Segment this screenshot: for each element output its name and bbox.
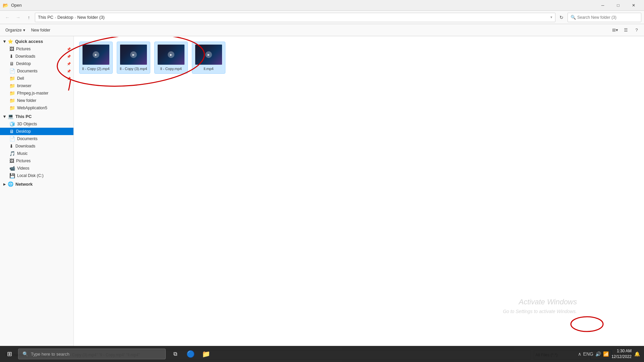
this-pc-section: ▾ 💻 This PC 🧊 3D Objects 🖥 Desktop 📄 Doc… [0,112,73,179]
up-button[interactable]: ↑ [24,13,34,22]
search-input[interactable] [577,15,638,20]
this-pc-icon: 💻 [8,114,13,119]
quick-access-section: ▾ ⭐ Quick access 🖼 Pictures 📌 ⬇ Download… [0,38,73,112]
file-item-3[interactable]: ▶ ll - Copy.mp4 [154,42,188,74]
close-button[interactable]: ✕ [626,0,641,11]
file-thumb-3: ▶ [158,45,184,65]
sidebar-item-music[interactable]: 🎵 Music [0,150,73,157]
refresh-button[interactable]: ↻ [557,13,566,22]
taskbar-network-icon[interactable]: 📶 [603,351,609,357]
file-name-2: ll - Copy (3).mp4 [120,67,147,71]
view-options-button[interactable]: ⊞▾ [610,25,620,35]
network-chevron: ▸ [3,182,6,187]
address-bar: ← → ↑ This PC › Desktop › New folder (3)… [0,11,644,24]
dell-label: Dell [17,76,24,81]
downloads-label-qa: Downloads [15,54,35,59]
sidebar-item-browser[interactable]: 📁 browser [0,82,73,89]
new-folder-label: New folder [17,98,36,103]
minimize-button[interactable]: ─ [595,0,610,11]
breadcrumb-dropdown-icon[interactable]: ▾ [550,15,552,19]
taskbar-file-explorer[interactable]: 📁 [199,347,213,361]
documents-label: Documents [17,136,38,141]
organize-chevron: ▾ [23,28,25,33]
pin-icon-desktop: 📌 [67,62,71,66]
documents-icon-qa: 📄 [9,68,15,74]
task-view-icon: ⧉ [173,351,177,357]
search-box[interactable]: 🔍 [568,13,641,22]
help-button[interactable]: ? [632,25,641,35]
taskbar-task-view[interactable]: ⧉ [168,347,182,361]
sidebar-item-3d-objects[interactable]: 🧊 3D Objects [0,120,73,128]
sidebar-item-new-folder[interactable]: 📁 New folder [0,97,73,104]
this-pc-header[interactable]: ▾ 💻 This PC [0,112,73,120]
taskbar-notification-icon[interactable]: 🔔 [634,351,640,357]
video-play-icon-1: ▶ [93,51,99,58]
new-folder-icon: 📁 [9,98,15,103]
new-folder-button[interactable]: New folder [29,26,53,34]
organize-label: Organize [5,28,22,33]
taskbar-clock[interactable]: 1:30 AM 12/12/2022 [611,348,632,360]
3d-objects-icon: 🧊 [9,121,15,127]
sidebar-item-desktop[interactable]: 🖥 Desktop [0,128,73,135]
music-label: Music [17,151,28,156]
sidebar-item-pictures-qa[interactable]: 🖼 Pictures 📌 [0,45,73,53]
videos-label: Videos [17,166,29,171]
breadcrumb[interactable]: This PC › Desktop › New folder (3) ▾ [35,13,555,22]
taskbar-search-icon: 🔍 [22,351,28,357]
window-icon: 📂 [3,3,8,8]
sidebar-item-pictures[interactable]: 🖼 Pictures [0,157,73,165]
taskbar-apps: ⧉ 🔵 📁 [168,347,213,361]
documents-label-qa: Documents [17,69,38,73]
maximize-button[interactable]: □ [610,0,626,11]
breadcrumb-item-thispc[interactable]: This PC [38,15,53,20]
file-item-4[interactable]: ▶ ll.mp4 [192,42,225,74]
taskbar-date-display: 12/12/2022 [611,354,632,360]
taskbar-chrome[interactable]: 🔵 [183,347,198,361]
desktop-label-qa: Desktop [16,61,31,66]
breadcrumb-item-desktop[interactable]: Desktop [57,15,73,20]
network-header[interactable]: ▸ 🌐 Network [0,180,73,188]
title-bar-controls: ─ □ ✕ [595,0,641,11]
sidebar-item-videos[interactable]: 📹 Videos [0,165,73,172]
breadcrumb-arrow-2: › [75,15,76,19]
sidebar-item-webapp[interactable]: 📁 WebApplication5 [0,104,73,112]
file-thumb-1: ▶ [83,45,109,65]
file-thumb-2: ▶ [120,45,147,65]
file-name-3: ll - Copy.mp4 [160,67,182,71]
pin-icon-dell: 📌 [67,77,71,80]
file-thumb-4: ▶ [195,45,222,65]
files-grid: ▶ ll - Copy (2).mp4 ▶ ll - Copy (3).mp4 [79,42,639,74]
3d-objects-label: 3D Objects [17,122,37,126]
taskbar-lang[interactable]: ENG [583,351,593,357]
downloads-icon: ⬇ [9,143,13,149]
quick-access-header[interactable]: ▾ ⭐ Quick access [0,38,73,45]
start-button[interactable]: ⊞ [1,346,17,362]
ffmpeg-label: Ffmpeg.js-master [17,91,48,96]
sidebar-item-documents[interactable]: 📄 Documents [0,135,73,142]
file-item-1[interactable]: ▶ ll - Copy (2).mp4 [79,42,113,74]
taskbar-search[interactable]: 🔍 Type here to search [18,349,166,359]
videos-icon: 📹 [9,166,15,171]
sidebar-item-ffmpeg[interactable]: 📁 Ffmpeg.js-master [0,89,73,97]
breadcrumb-arrow-1: › [55,15,56,19]
organize-button[interactable]: Organize ▾ [3,26,28,34]
sidebar-item-downloads-qa[interactable]: ⬇ Downloads 📌 [0,53,73,60]
back-button[interactable]: ← [3,13,12,22]
window-title: Open [11,3,22,8]
file-item-2[interactable]: ▶ ll - Copy (3).mp4 [117,42,150,74]
sidebar-item-downloads[interactable]: ⬇ Downloads [0,142,73,150]
forward-button[interactable]: → [13,13,23,22]
taskbar-chevron-up[interactable]: ∧ [578,351,581,357]
pictures-icon: 🖼 [9,46,14,52]
music-icon: 🎵 [9,151,15,156]
taskbar-volume-icon[interactable]: 🔊 [595,351,601,357]
sidebar-item-dell[interactable]: 📁 Dell 📌 [0,75,73,82]
network-icon: 🌐 [8,181,13,187]
sidebar-item-documents-qa[interactable]: 📄 Documents 📌 [0,67,73,75]
details-view-button[interactable]: ☰ [621,25,631,35]
sidebar-item-desktop-qa[interactable]: 🖥 Desktop 📌 [0,60,73,67]
breadcrumb-item-newfolder[interactable]: New folder (3) [77,15,105,20]
sidebar-item-local-disk[interactable]: 💾 Local Disk (C:) [0,172,73,179]
this-pc-chevron: ▾ [3,114,6,119]
network-label: Network [15,182,33,187]
